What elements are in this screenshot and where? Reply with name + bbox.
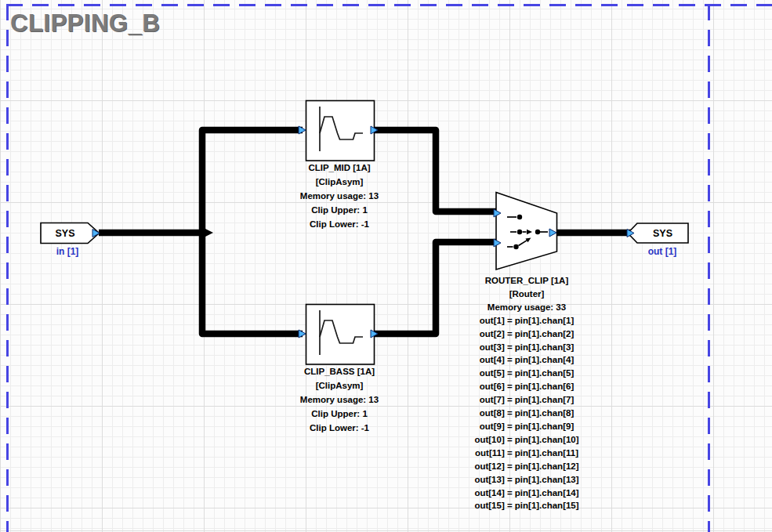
- label-line: Memory usage: 13: [277, 189, 402, 203]
- label-line: out[7] = pin[1].chan[7]: [452, 393, 601, 407]
- label-line: Memory usage: 13: [277, 393, 402, 407]
- clip-bass-label-stack: CLIP_BASS [1A][ClipAsym]Memory usage: 13…: [277, 364, 402, 435]
- label-line: out[13] = pin[1].chan[13]: [452, 473, 601, 487]
- label-line: [ClipAsym]: [277, 175, 402, 189]
- label-line: out[2] = pin[1].chan[2]: [452, 328, 601, 341]
- label-line: Clip Lower: -1: [277, 217, 402, 231]
- label-line: Memory usage: 33: [452, 301, 601, 314]
- label-line: out[9] = pin[1].chan[9]: [452, 420, 601, 433]
- label-line: Clip Lower: -1: [277, 421, 402, 435]
- label-line: out[14] = pin[1].chan[14]: [452, 487, 601, 500]
- label-line: out[5] = pin[1].chan[5]: [452, 367, 601, 380]
- schematic-drawing: [0, 0, 772, 532]
- wire-junction-arrow-icon: [205, 229, 213, 237]
- label-line: out[15] = pin[1].chan[15]: [452, 499, 601, 512]
- label-line: CLIP_MID [1A]: [277, 161, 402, 175]
- label-line: out[11] = pin[1].chan[11]: [452, 447, 601, 460]
- sys-input-label: SYS: [41, 228, 89, 239]
- label-line: CLIP_BASS [1A]: [277, 364, 402, 378]
- clip-mid-block[interactable]: [306, 101, 375, 161]
- label-line: [ClipAsym]: [277, 378, 402, 393]
- sys-output-port-label: out [1]: [631, 246, 694, 257]
- label-line: Clip Upper: 1: [277, 203, 402, 217]
- label-line: out[6] = pin[1].chan[6]: [452, 380, 601, 393]
- sys-input-port-label: in [1]: [41, 246, 94, 257]
- router-block[interactable]: [496, 193, 557, 270]
- label-line: out[4] = pin[1].chan[4]: [452, 353, 601, 367]
- label-line: out[3] = pin[1].chan[3]: [452, 341, 601, 354]
- label-line: out[10] = pin[1].chan[10]: [452, 433, 601, 447]
- label-line: out[1] = pin[1].chan[1]: [452, 314, 601, 328]
- label-line: out[8] = pin[1].chan[8]: [452, 407, 601, 420]
- schematic-canvas: CLIPPING_B: [0, 0, 772, 532]
- label-line: ROUTER_CLIP [1A]: [452, 274, 601, 288]
- label-line: out[12] = pin[1].chan[12]: [452, 460, 601, 473]
- clip-bass-block[interactable]: [306, 305, 375, 365]
- router-label-stack: ROUTER_CLIP [1A][Router]Memory usage: 33…: [452, 274, 601, 512]
- label-line: Clip Upper: 1: [277, 407, 402, 421]
- clip-mid-label-stack: CLIP_MID [1A][ClipAsym]Memory usage: 13C…: [277, 161, 402, 231]
- sys-output-label: SYS: [637, 228, 688, 239]
- label-line: [Router]: [452, 288, 601, 301]
